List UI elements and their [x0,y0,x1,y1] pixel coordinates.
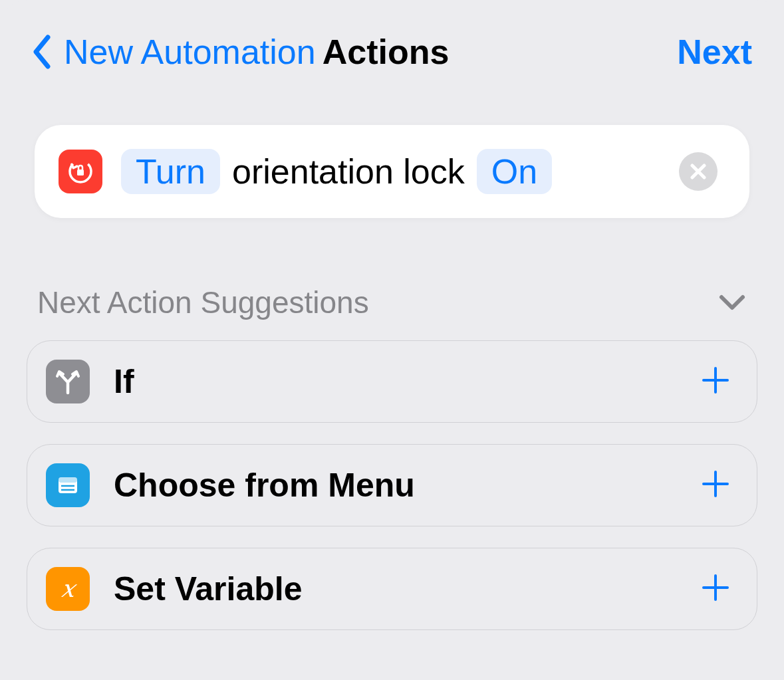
back-button[interactable]: New Automation [64,32,316,72]
plus-icon [701,469,730,499]
suggestion-label: Set Variable [114,570,677,608]
orientation-lock-icon [59,150,102,193]
suggestion-row-set-variable[interactable]: 𝑥 Set Variable [27,548,757,630]
suggestion-row-if[interactable]: If [27,340,757,423]
svg-rect-1 [77,170,84,175]
suggestion-label: Choose from Menu [114,466,677,505]
action-subject: orientation lock [232,152,465,191]
state-pill[interactable]: On [477,149,552,194]
turn-pill[interactable]: Turn [121,149,220,194]
delete-action-button[interactable] [679,152,718,191]
add-action-button[interactable] [701,465,730,505]
page-title: Actions [323,32,450,72]
back-chevron-icon[interactable] [32,35,52,69]
plus-icon [701,366,730,395]
svg-rect-3 [59,477,77,483]
action-card-content: Turn orientation lock On [121,149,660,194]
close-icon [690,163,707,180]
suggestions-title: Next Action Suggestions [37,284,369,320]
suggestions-header[interactable]: Next Action Suggestions [27,284,757,320]
if-icon [46,360,90,403]
variable-icon: 𝑥 [46,567,90,611]
menu-icon [46,463,90,507]
add-action-button[interactable] [701,362,730,401]
chevron-down-icon [718,293,747,312]
suggestion-row-choose-from-menu[interactable]: Choose from Menu [27,444,757,526]
header: New Automation Actions Next [27,32,757,72]
suggestion-label: If [114,362,677,401]
add-action-button[interactable] [701,569,730,609]
next-button[interactable]: Next [677,32,752,72]
action-card[interactable]: Turn orientation lock On [35,125,749,218]
plus-icon [701,573,730,602]
